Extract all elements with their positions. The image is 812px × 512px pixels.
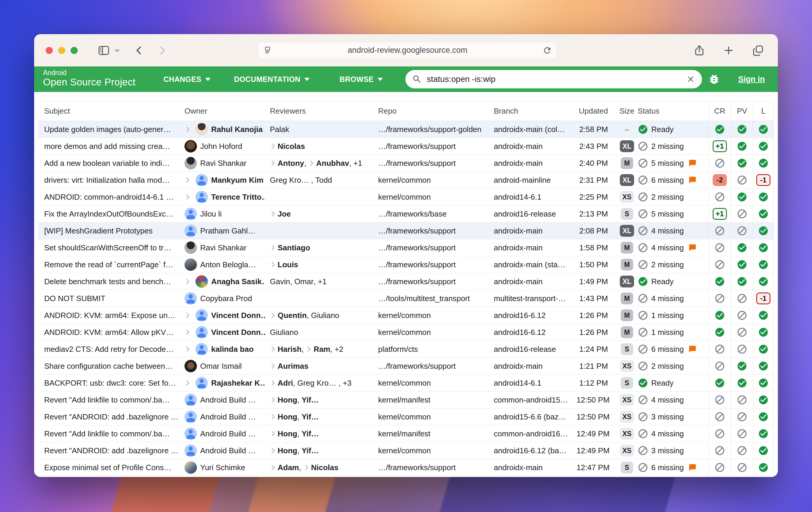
branch-link[interactable]: android16-release — [494, 209, 556, 218]
change-row[interactable]: Fix the ArrayIndexOutOfBoundsExc…Jilou l… — [38, 205, 774, 223]
change-subject[interactable]: BACKPORT: usb: dwc3: core: Set fo… — [44, 378, 176, 388]
repo-link[interactable]: kernel/manifest — [378, 395, 430, 404]
change-subject[interactable]: Add a new boolean variable to indi… — [44, 159, 170, 168]
url-text[interactable]: android-review.googlesource.com — [272, 46, 543, 55]
address-bar[interactable]: android-review.googlesource.com — [257, 42, 557, 59]
reviewer-name[interactable]: Giuliano — [270, 328, 298, 337]
branch-link[interactable]: androidx-main — [494, 243, 543, 252]
branch-link[interactable]: android16-6.12 — [494, 311, 546, 320]
change-row[interactable]: mediav2 CTS: Add retry for Decode…kalind… — [38, 341, 774, 358]
repo-link[interactable]: kernel/common — [378, 378, 431, 388]
reviewer-name[interactable]: Yif… — [301, 446, 319, 455]
owner-name[interactable]: Mankyum Kim — [211, 176, 263, 185]
repo-link[interactable]: …/frameworks/support — [378, 142, 456, 151]
owner-name[interactable]: Ravi Shankar — [200, 243, 246, 252]
repo-link[interactable]: kernel/common — [378, 176, 431, 184]
change-row[interactable]: ANDROID: common-android14-6.1 …Terence T… — [38, 189, 774, 205]
forward-icon[interactable] — [156, 45, 168, 56]
repo-link[interactable]: …/frameworks/support — [378, 463, 456, 472]
reviewer-name[interactable]: Greg Kro… — [270, 176, 311, 185]
owner-name[interactable]: Copybara Prod — [200, 294, 252, 303]
change-row[interactable]: Revert "Add linkfile to common/.ba…Andro… — [38, 392, 774, 408]
change-subject[interactable]: ANDROID: common-android14-6.1 … — [44, 193, 173, 201]
branch-link[interactable]: android15-6.6 (baz… — [494, 412, 566, 421]
branch-link[interactable]: android16-release — [494, 345, 556, 353]
reviewer-name[interactable]: Palak — [270, 125, 289, 134]
branch-link[interactable]: android-mainline — [494, 176, 551, 184]
owner-name[interactable]: Omar Ismail — [200, 362, 242, 371]
change-subject[interactable]: DO NOT SUBMIT — [44, 294, 105, 303]
repo-link[interactable]: …/tools/multitest_transport — [378, 294, 470, 303]
reviewer-name[interactable]: Hong — [278, 412, 297, 422]
owner-name[interactable]: Ravi Shankar — [200, 159, 246, 168]
owner-name[interactable]: Vincent Donn… — [211, 311, 265, 320]
change-row[interactable]: DO NOT SUBMITCopybara Prod…/tools/multit… — [38, 290, 774, 307]
change-subject[interactable]: mediav2 CTS: Add retry for Decode… — [44, 345, 173, 353]
change-row[interactable]: Remove the read of `currentPage` f…Anton… — [38, 256, 774, 273]
reviewer-name[interactable]: Adri — [278, 378, 293, 388]
reviewer-name[interactable]: Quentin — [278, 311, 307, 320]
clear-search-icon[interactable] — [686, 75, 695, 84]
change-row[interactable]: Revert "ANDROID: add .bazelignore …Andro… — [38, 442, 774, 459]
change-subject[interactable]: Remove the read of `currentPage` f… — [44, 260, 173, 269]
repo-link[interactable]: kernel/manifest — [378, 429, 430, 438]
reviewer-name[interactable]: Gavin — [270, 277, 290, 286]
repo-link[interactable]: kernel/common — [378, 193, 431, 201]
reviewer-name[interactable]: Joe — [278, 209, 291, 219]
change-subject[interactable]: drivers: virt: Initialization halla mod… — [44, 176, 170, 184]
change-subject[interactable]: [WIP] MeshGradient Prototypes — [44, 226, 153, 235]
change-row[interactable]: ANDROID: KVM: arm64: Expose un…Vincent D… — [38, 307, 774, 324]
change-row[interactable]: Expose minimal set of Profile Cons…Yuri … — [38, 459, 774, 476]
repo-link[interactable]: …/frameworks/support — [378, 260, 456, 269]
branch-link[interactable]: android16-6.12 (ba… — [494, 446, 567, 455]
repo-link[interactable]: kernel/common — [378, 446, 431, 455]
owner-name[interactable]: kalinda bao — [211, 345, 254, 354]
branch-link[interactable]: androidx-main — [494, 226, 543, 235]
owner-name[interactable]: Android Build … — [200, 446, 256, 455]
reviewer-name[interactable]: Anubhav — [316, 159, 349, 168]
change-row[interactable]: Revert "ANDROID: add .bazelignore …Andro… — [38, 408, 774, 425]
reviewer-name[interactable]: Hong — [278, 395, 297, 405]
reviewer-name[interactable]: Harish — [278, 345, 301, 354]
tab-overview-icon[interactable] — [752, 44, 764, 57]
new-tab-icon[interactable] — [723, 45, 734, 56]
repo-link[interactable]: kernel/common — [378, 412, 431, 421]
change-subject[interactable]: ANDROID: KVM: arm64: Expose un… — [44, 311, 175, 320]
branch-link[interactable]: androidx-main — [494, 142, 543, 151]
branch-link[interactable]: androidx-main (col… — [494, 125, 565, 134]
minimize-button[interactable] — [58, 47, 65, 54]
menu-browse[interactable]: BROWSE — [340, 66, 383, 92]
repo-link[interactable]: platform/cts — [378, 345, 418, 353]
reviewer-name[interactable]: Nicolas — [278, 142, 305, 151]
change-row[interactable]: Add a new boolean variable to indi…Ravi … — [38, 155, 774, 172]
change-subject[interactable]: Set shouldScanWithScreenOff to tr… — [44, 243, 171, 252]
reviewer-name[interactable]: +1 — [318, 277, 327, 286]
site-brand[interactable]: Android Open Source Project — [43, 69, 136, 88]
share-icon[interactable] — [693, 44, 705, 57]
owner-name[interactable]: Vincent Donn… — [211, 328, 265, 337]
chevron-down-icon[interactable] — [113, 47, 121, 54]
reviewer-name[interactable]: Giuliano — [311, 311, 339, 320]
reviewer-name[interactable]: Yif… — [301, 412, 319, 422]
owner-name[interactable]: Android Build … — [200, 412, 256, 422]
search-bar[interactable] — [405, 70, 702, 88]
change-row[interactable]: Delete benchmark tests and bench…Anagha … — [38, 273, 774, 290]
owner-name[interactable]: Anton Belogla… — [200, 260, 256, 269]
repo-link[interactable]: kernel/common — [378, 311, 431, 320]
reviewer-name[interactable]: Hong — [278, 429, 297, 438]
change-subject[interactable]: Share configuration cache between… — [44, 362, 173, 370]
close-button[interactable] — [46, 47, 53, 54]
branch-link[interactable]: android14-6.1 — [494, 193, 541, 201]
owner-name[interactable]: Pratham Gahl… — [200, 226, 255, 235]
repo-link[interactable]: …/frameworks/support — [378, 159, 456, 168]
branch-link[interactable]: androidx-main — [494, 159, 543, 168]
owner-name[interactable]: Android Build … — [200, 429, 256, 438]
repo-link[interactable]: …/frameworks/support-golden — [378, 125, 481, 134]
change-row[interactable]: drivers: virt: Initialization halla mod…… — [38, 172, 774, 189]
search-input[interactable] — [427, 75, 686, 84]
reviewer-name[interactable]: +1 — [353, 159, 362, 168]
owner-name[interactable]: Jilou li — [200, 209, 222, 219]
reviewer-name[interactable]: Aurimas — [278, 362, 309, 371]
reviewer-name[interactable]: Ram — [314, 345, 330, 354]
change-subject[interactable]: more demos and add missing crea… — [44, 142, 170, 151]
